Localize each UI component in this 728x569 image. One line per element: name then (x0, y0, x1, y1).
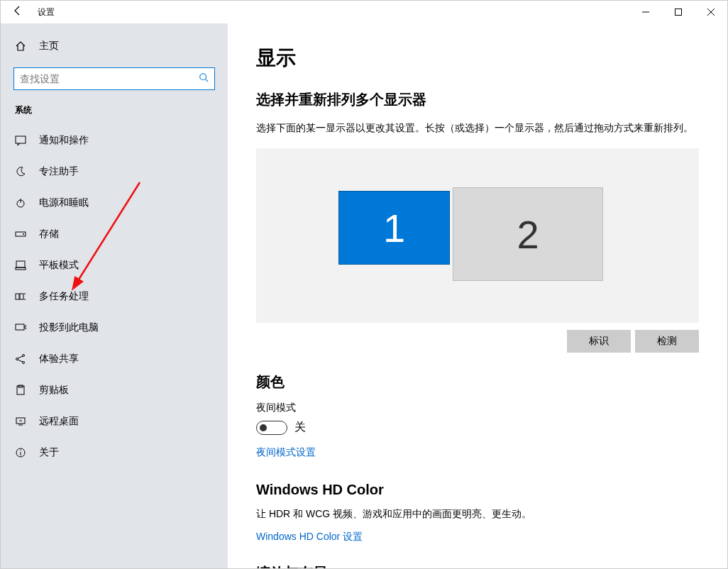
svg-point-4 (200, 74, 206, 80)
nightlight-settings-link[interactable]: 夜间模式设置 (256, 446, 316, 459)
tablet-icon (15, 260, 26, 271)
remote-icon (15, 416, 26, 427)
hdcolor-heading: Windows HD Color (256, 482, 699, 498)
scale-layout-heading: 缩放与布局 (256, 563, 699, 568)
sidebar-item-label: 电源和睡眠 (39, 197, 89, 209)
sidebar-item-tablet-mode[interactable]: 平板模式 (1, 251, 228, 280)
svg-rect-1 (675, 9, 682, 16)
home-button[interactable]: 主页 (1, 32, 228, 60)
sidebar-item-label: 投影到此电脑 (39, 321, 99, 334)
sidebar-item-storage[interactable]: 存储 (1, 220, 228, 248)
maximize-button[interactable] (662, 1, 695, 23)
svg-line-22 (18, 360, 23, 362)
svg-point-10 (23, 233, 24, 235)
hdcolor-settings-link[interactable]: Windows HD Color 设置 (256, 531, 363, 543)
display-arrange-area[interactable]: 1 2 (256, 148, 699, 323)
minimize-button[interactable] (629, 1, 662, 23)
sidebar-item-notifications[interactable]: 通知和操作 (1, 126, 228, 155)
arrow-left-icon (12, 5, 23, 16)
info-icon (15, 447, 26, 458)
power-icon (15, 197, 26, 209)
back-button[interactable] (6, 5, 29, 19)
svg-line-21 (18, 356, 23, 358)
sidebar-item-shared-experiences[interactable]: 体验共享 (1, 345, 228, 373)
sidebar-item-label: 通知和操作 (39, 134, 89, 147)
search-icon (199, 72, 209, 85)
sidebar-item-focus-assist[interactable]: 专注助手 (1, 158, 228, 186)
window-controls (629, 1, 727, 23)
svg-line-5 (206, 79, 209, 82)
svg-rect-25 (16, 418, 25, 424)
main-content: 显示 选择并重新排列多个显示器 选择下面的某一显示器以更改其设置。长按（或选择）… (228, 23, 727, 568)
sidebar-item-label: 剪贴板 (39, 384, 69, 397)
sidebar-item-about[interactable]: 关于 (1, 438, 228, 467)
svg-rect-17 (16, 324, 24, 330)
sidebar-item-label: 专注助手 (39, 165, 79, 178)
detect-button[interactable]: 检测 (635, 330, 699, 353)
page-title: 显示 (256, 45, 699, 72)
sidebar-item-multitasking[interactable]: 多任务处理 (1, 282, 228, 311)
svg-rect-12 (16, 267, 26, 270)
toggle-state-text: 关 (294, 420, 306, 435)
sidebar-group-title: 系统 (1, 100, 228, 123)
timeline-icon (15, 291, 26, 302)
window-title: 设置 (38, 6, 55, 18)
moon-icon (15, 166, 26, 177)
message-icon (15, 135, 26, 146)
sidebar-item-label: 远程桌面 (39, 415, 79, 428)
sidebar-item-projecting[interactable]: 投影到此电脑 (1, 314, 228, 342)
sidebar-item-remote-desktop[interactable]: 远程桌面 (1, 407, 228, 436)
sidebar-item-label: 平板模式 (39, 259, 79, 272)
svg-point-29 (20, 450, 21, 451)
sidebar: 主页 系统 通知和操作 专注助手 电源和睡眠 存储 平板模式 (1, 23, 228, 568)
clipboard-icon (15, 385, 26, 396)
nightlight-label: 夜间模式 (256, 402, 699, 414)
monitor-2[interactable]: 2 (453, 187, 603, 281)
search-box[interactable] (13, 67, 215, 90)
titlebar: 设置 (1, 1, 727, 23)
nightlight-toggle[interactable] (256, 421, 287, 435)
sidebar-item-clipboard[interactable]: 剪贴板 (1, 376, 228, 404)
share-icon (15, 353, 26, 365)
multi-display-heading: 选择并重新排列多个显示器 (256, 90, 699, 109)
close-button[interactable] (695, 1, 727, 23)
sidebar-item-label: 存储 (39, 228, 59, 241)
monitor-1[interactable]: 1 (338, 191, 450, 265)
sidebar-item-label: 体验共享 (39, 353, 79, 365)
color-heading: 颜色 (256, 372, 699, 392)
sidebar-item-label: 关于 (39, 446, 59, 459)
project-icon (15, 322, 26, 333)
identify-button[interactable]: 标识 (567, 330, 631, 353)
svg-rect-11 (16, 261, 25, 267)
svg-rect-14 (20, 294, 23, 299)
hdcolor-desc: 让 HDR 和 WCG 视频、游戏和应用中的画面更明亮、更生动。 (256, 508, 699, 521)
svg-rect-13 (16, 294, 19, 299)
search-input[interactable] (20, 73, 199, 84)
sidebar-item-label: 多任务处理 (39, 290, 89, 303)
svg-rect-6 (16, 136, 26, 143)
sidebar-item-power-sleep[interactable]: 电源和睡眠 (1, 189, 228, 217)
home-icon (15, 40, 26, 52)
drive-icon (15, 228, 26, 240)
multi-display-desc: 选择下面的某一显示器以更改其设置。长按（或选择）一个显示器，然后通过拖动方式来重… (256, 121, 699, 136)
home-label: 主页 (39, 40, 59, 53)
